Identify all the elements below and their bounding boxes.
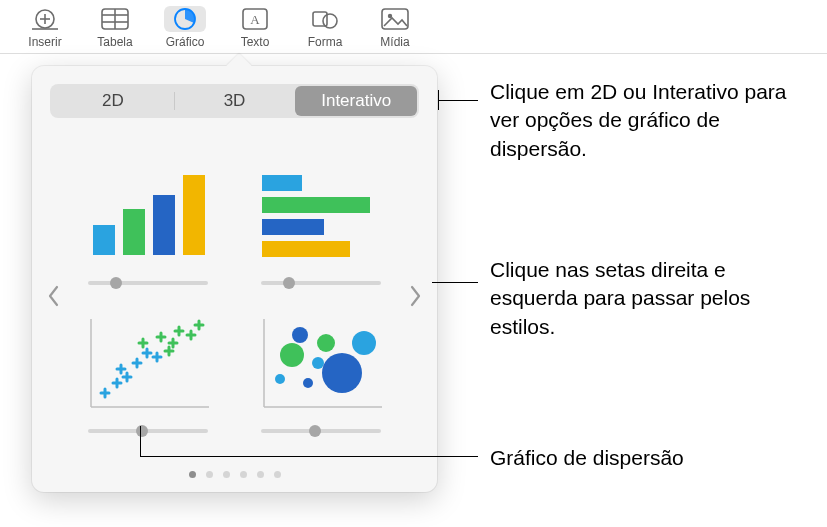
svg-rect-15 (93, 225, 115, 255)
scatter-chart-icon (78, 308, 218, 418)
page-dot-3[interactable] (223, 471, 230, 478)
callout-connector (140, 456, 478, 457)
svg-point-60 (352, 331, 376, 355)
toolbar-text-button[interactable]: A Texto (224, 6, 286, 49)
svg-rect-13 (382, 9, 408, 29)
svg-point-12 (323, 14, 337, 28)
style-slider[interactable] (88, 426, 208, 436)
chart-style-column[interactable] (74, 160, 223, 288)
callout-tabs: Clique em 2D ou Interativo para ver opçõ… (490, 78, 790, 163)
callout-connector (140, 426, 141, 456)
toolbar-chart-button[interactable]: Gráfico (154, 6, 216, 49)
page-dot-5[interactable] (257, 471, 264, 478)
style-slider[interactable] (261, 426, 381, 436)
callout-scatter: Gráfico de dispersão (490, 444, 684, 472)
toolbar-text-label: Texto (241, 35, 270, 49)
prev-style-arrow[interactable] (36, 266, 70, 326)
chart-style-bar[interactable] (247, 160, 396, 288)
insert-icon (30, 6, 60, 32)
svg-rect-18 (183, 175, 205, 255)
svg-text:A: A (250, 12, 260, 27)
callout-connector (432, 282, 478, 283)
chart-icon (164, 6, 206, 32)
shape-icon (310, 6, 340, 32)
svg-point-57 (312, 357, 324, 369)
toolbar-chart-label: Gráfico (166, 35, 205, 49)
page-dot-4[interactable] (240, 471, 247, 478)
svg-rect-20 (262, 197, 370, 213)
toolbar-insert-label: Inserir (28, 35, 61, 49)
style-slider[interactable] (261, 278, 381, 288)
chart-style-bubble[interactable] (247, 308, 396, 436)
toolbar-table-button[interactable]: Tabela (84, 6, 146, 49)
chart-styles-pager (32, 132, 437, 459)
svg-point-62 (275, 374, 285, 384)
svg-point-58 (317, 334, 335, 352)
tab-2d[interactable]: 2D (52, 86, 174, 116)
media-icon (380, 6, 410, 32)
toolbar: Inserir Tabela Gráfico A Texto Forma Míd… (0, 0, 827, 54)
svg-point-55 (280, 343, 304, 367)
bar-chart-icon (251, 160, 391, 270)
svg-rect-17 (153, 195, 175, 255)
svg-rect-11 (313, 12, 327, 26)
toolbar-media-button[interactable]: Mídia (364, 6, 426, 49)
chart-style-scatter[interactable] (74, 308, 223, 436)
svg-rect-19 (262, 175, 302, 191)
chart-type-segmented-control: 2D 3D Interativo (50, 84, 419, 118)
page-dots (32, 459, 437, 492)
text-icon: A (240, 6, 270, 32)
callout-connector (438, 100, 478, 101)
svg-rect-21 (262, 219, 324, 235)
svg-rect-16 (123, 209, 145, 255)
svg-point-61 (303, 378, 313, 388)
table-icon (100, 6, 130, 32)
bubble-chart-icon (251, 308, 391, 418)
callout-arrows: Clique nas setas direita e esquerda para… (490, 256, 810, 341)
tab-3d[interactable]: 3D (174, 86, 296, 116)
toolbar-table-label: Tabela (97, 35, 132, 49)
svg-rect-22 (262, 241, 350, 257)
svg-point-59 (322, 353, 362, 393)
column-chart-icon (78, 160, 218, 270)
svg-point-56 (292, 327, 308, 343)
chart-popover: 2D 3D Interativo (32, 66, 437, 492)
chart-style-grid (70, 156, 399, 436)
next-style-arrow[interactable] (399, 266, 433, 326)
style-slider[interactable] (88, 278, 208, 288)
toolbar-shape-label: Forma (308, 35, 343, 49)
page-dot-1[interactable] (189, 471, 196, 478)
toolbar-media-label: Mídia (380, 35, 409, 49)
toolbar-insert-button[interactable]: Inserir (14, 6, 76, 49)
page-dot-2[interactable] (206, 471, 213, 478)
page-dot-6[interactable] (274, 471, 281, 478)
toolbar-shape-button[interactable]: Forma (294, 6, 356, 49)
tab-interactive[interactable]: Interativo (295, 86, 417, 116)
